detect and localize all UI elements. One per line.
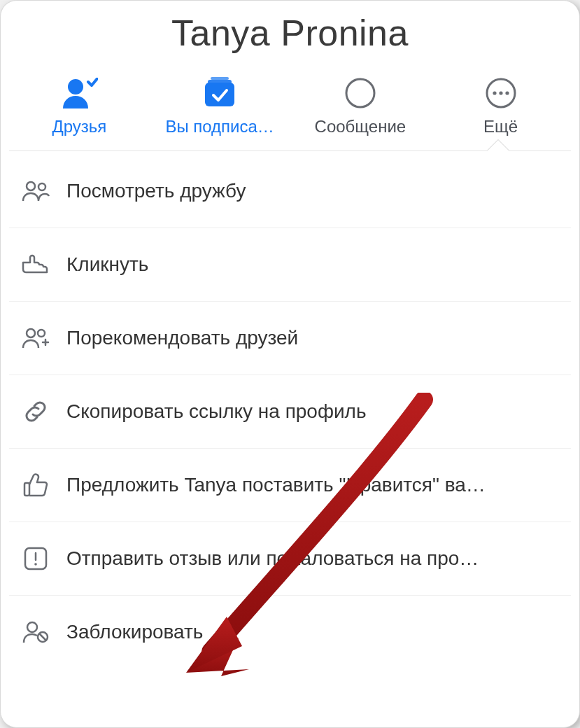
menu-click[interactable]: Кликнуть — [9, 227, 571, 301]
svg-point-11 — [27, 329, 35, 337]
messenger-icon — [341, 76, 380, 110]
add-friends-icon — [17, 321, 54, 355]
menu-label: Порекомендовать друзей — [66, 327, 563, 349]
action-more[interactable]: Ещё — [430, 76, 571, 136]
svg-rect-13 — [24, 483, 29, 496]
svg-rect-3 — [211, 77, 229, 80]
action-friends-label: Друзья — [52, 117, 106, 136]
svg-point-12 — [38, 330, 45, 337]
link-icon — [17, 395, 54, 428]
action-row: Друзья Вы подписа… Сообщение — [9, 71, 571, 151]
menu-label: Отправить отзыв или пожаловаться на про… — [66, 547, 563, 570]
more-icon — [481, 76, 521, 110]
menu-copy-link[interactable]: Скопировать ссылку на профиль — [9, 374, 571, 448]
svg-point-6 — [493, 91, 496, 94]
menu-suggest-friends[interactable]: Порекомендовать друзей — [9, 301, 571, 374]
svg-point-8 — [505, 91, 509, 94]
following-icon — [200, 76, 239, 110]
menu-block[interactable]: Заблокировать — [9, 595, 571, 668]
menu-label: Предложить Tanya поставить "Нравится" ва… — [66, 474, 563, 496]
menu-report[interactable]: Отправить отзыв или пожаловаться на про… — [9, 522, 571, 595]
block-user-icon — [17, 615, 54, 649]
svg-point-9 — [27, 182, 35, 190]
menu-see-friendship[interactable]: Посмотреть дружбу — [9, 154, 571, 227]
svg-point-10 — [38, 183, 45, 190]
svg-rect-1 — [205, 83, 234, 106]
action-following-label: Вы подписа… — [165, 117, 274, 136]
svg-point-16 — [34, 563, 37, 566]
svg-point-0 — [68, 79, 83, 94]
report-icon — [17, 542, 54, 575]
friends-icon — [17, 174, 54, 208]
menu-label: Кликнуть — [66, 253, 563, 276]
thumbs-up-icon — [17, 468, 54, 502]
more-menu: Посмотреть дружбу Кликнуть Порекомендова… — [9, 151, 571, 727]
action-more-label: Ещё — [483, 117, 518, 136]
svg-point-17 — [27, 622, 37, 632]
friend-check-icon — [59, 76, 99, 110]
svg-line-19 — [39, 634, 46, 640]
menu-label: Скопировать ссылку на профиль — [66, 400, 563, 423]
menu-label: Посмотреть дружбу — [66, 180, 563, 202]
profile-more-panel: Tanya Pronina Друзья Вы по — [0, 0, 580, 728]
page-title: Tanya Pronina — [9, 6, 571, 71]
menu-suggest-page[interactable]: Предложить Tanya поставить "Нравится" ва… — [9, 448, 571, 522]
menu-caret — [487, 140, 509, 151]
pointing-hand-icon — [17, 248, 54, 281]
action-following[interactable]: Вы подписа… — [150, 76, 290, 136]
svg-rect-2 — [208, 80, 232, 84]
svg-point-4 — [346, 79, 374, 107]
action-message[interactable]: Сообщение — [290, 76, 431, 136]
svg-point-7 — [499, 91, 502, 94]
action-friends[interactable]: Друзья — [9, 76, 150, 136]
menu-label: Заблокировать — [66, 621, 563, 643]
action-message-label: Сообщение — [315, 117, 406, 136]
